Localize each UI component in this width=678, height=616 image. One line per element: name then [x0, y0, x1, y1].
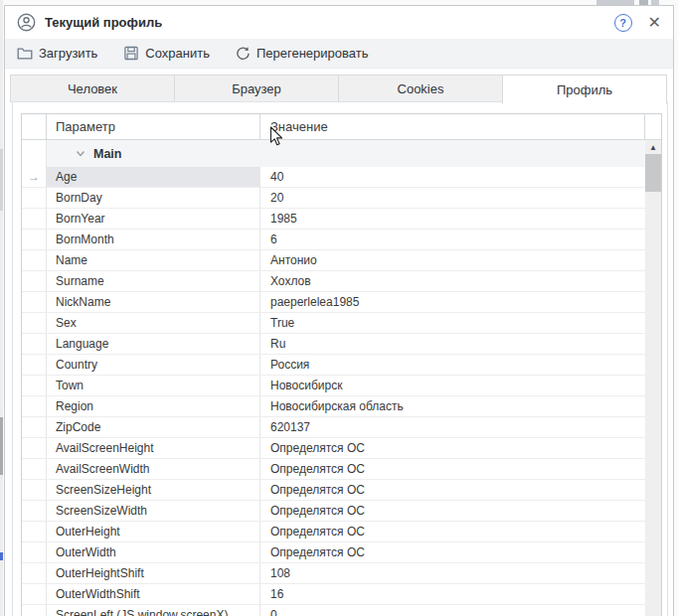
header-gutter-cell: [22, 114, 47, 139]
group-row-main[interactable]: Main: [22, 140, 661, 167]
tabstrip: Человек Браузер Cookies Профиль: [10, 75, 667, 102]
table-row[interactable]: ScreenSizeWidthОпределятся ОС: [22, 501, 661, 522]
value-cell[interactable]: True: [260, 313, 661, 333]
table-row[interactable]: →Age40: [22, 167, 661, 188]
table-row[interactable]: OuterHeightОпределятся ОС: [22, 522, 661, 542]
value-cell[interactable]: Определятся ОС: [260, 501, 661, 521]
load-button[interactable]: Загрузить: [17, 46, 97, 61]
table-row[interactable]: CountryРоссия: [22, 355, 661, 376]
table-row[interactable]: BornDay20: [22, 188, 661, 209]
parameter-cell[interactable]: OuterWidth: [47, 542, 260, 562]
parameter-cell[interactable]: ZipCode: [47, 417, 260, 437]
table-row[interactable]: NameАнтонио: [22, 250, 661, 271]
table-row[interactable]: TownНовосибирск: [22, 376, 661, 396]
parameter-cell[interactable]: Surname: [47, 271, 260, 291]
row-gutter-cell: [22, 334, 47, 354]
parameter-cell[interactable]: BornYear: [47, 209, 260, 229]
column-header-value[interactable]: Значение: [260, 114, 645, 139]
tab-browser[interactable]: Браузер: [174, 75, 339, 102]
value-cell[interactable]: Новосибирск: [260, 376, 661, 395]
chevron-down-icon[interactable]: [76, 149, 85, 158]
parameter-cell[interactable]: Region: [47, 396, 260, 416]
parameter-cell[interactable]: ScreenSizeWidth: [47, 501, 260, 521]
parameter-cell[interactable]: ScreenSizeHeight: [47, 480, 260, 500]
parameter-cell[interactable]: AvailScreenWidth: [47, 459, 260, 479]
value-cell[interactable]: Россия: [260, 355, 661, 375]
vertical-scrollbar[interactable]: ▲: [645, 140, 661, 616]
table-row[interactable]: AvailScreenHeightОпределятся ОС: [22, 438, 661, 459]
row-gutter-cell: [22, 230, 47, 249]
row-gutter-cell: [22, 250, 47, 270]
table-row[interactable]: OuterHeightShift108: [22, 563, 661, 584]
dialog-title: Текущий профиль: [45, 15, 162, 30]
scroll-up-icon: ▲: [649, 143, 657, 152]
scroll-up-button[interactable]: ▲: [645, 140, 661, 155]
parameter-cell[interactable]: BornMonth: [47, 230, 260, 249]
help-button[interactable]: ?: [614, 14, 632, 32]
parameter-cell[interactable]: NickName: [47, 292, 260, 312]
row-gutter-cell: [22, 209, 47, 229]
value-cell[interactable]: Определятся ОС: [260, 459, 661, 479]
save-button[interactable]: Сохранить: [123, 46, 210, 61]
value-cell[interactable]: Ru: [260, 334, 661, 354]
scrollbar-thumb[interactable]: [645, 154, 661, 192]
parameter-cell[interactable]: Country: [47, 355, 260, 375]
value-cell[interactable]: Определятся ОС: [260, 542, 661, 562]
value-cell[interactable]: 1985: [260, 209, 661, 229]
value-cell[interactable]: 0: [260, 605, 661, 616]
row-gutter-cell: [22, 188, 47, 208]
value-cell[interactable]: Хохлов: [260, 271, 661, 291]
parameter-cell[interactable]: Name: [47, 250, 260, 270]
table-row[interactable]: OuterWidthShift16: [22, 584, 661, 605]
value-cell[interactable]: 16: [260, 584, 661, 604]
value-cell[interactable]: Определятся ОС: [260, 522, 661, 541]
value-cell[interactable]: 40: [260, 167, 661, 187]
parameter-cell[interactable]: OuterHeight: [47, 522, 260, 541]
grid-header: Параметр Значение: [22, 114, 661, 140]
table-row[interactable]: RegionНовосибирская область: [22, 396, 661, 417]
tab-browser-label: Браузер: [232, 81, 281, 96]
tab-profile-label: Профиль: [557, 82, 612, 97]
value-cell[interactable]: Определятся ОС: [260, 438, 661, 458]
regenerate-button[interactable]: Перегенерировать: [236, 46, 369, 61]
tab-profile[interactable]: Профиль: [502, 75, 667, 104]
parameter-cell[interactable]: Town: [47, 376, 260, 395]
row-gutter-cell: [22, 563, 47, 583]
table-row[interactable]: BornMonth6: [22, 230, 661, 250]
row-gutter-cell: [22, 396, 47, 416]
value-cell[interactable]: 6: [260, 230, 661, 249]
row-gutter-cell: [22, 271, 47, 291]
table-row[interactable]: LanguageRu: [22, 334, 661, 355]
table-row[interactable]: NickNamepaeperlelea1985: [22, 292, 661, 313]
table-row[interactable]: SurnameХохлов: [22, 271, 661, 292]
value-cell[interactable]: Антонио: [260, 250, 661, 270]
table-row[interactable]: SexTrue: [22, 313, 661, 334]
parameter-cell[interactable]: OuterWidthShift: [47, 584, 260, 604]
column-header-parameter[interactable]: Параметр: [47, 114, 260, 139]
parameter-cell[interactable]: Sex: [47, 313, 260, 333]
table-row[interactable]: BornYear1985: [22, 209, 661, 230]
table-row[interactable]: AvailScreenWidthОпределятся ОС: [22, 459, 661, 480]
table-row[interactable]: OuterWidthОпределятся ОС: [22, 542, 661, 563]
tab-person[interactable]: Человек: [10, 75, 175, 102]
row-gutter-cell: [22, 542, 47, 562]
tab-cookies[interactable]: Cookies: [338, 75, 503, 102]
parameter-cell[interactable]: Age: [47, 167, 260, 187]
value-cell[interactable]: 620137: [260, 417, 661, 437]
value-cell[interactable]: paeperlelea1985: [260, 292, 661, 312]
load-button-label: Загрузить: [39, 46, 97, 61]
value-cell[interactable]: 20: [260, 188, 661, 208]
table-row[interactable]: ScreenSizeHeightОпределятся ОС: [22, 480, 661, 501]
table-row[interactable]: ScreenLeft (JS window.screenX)0: [22, 605, 661, 616]
parameter-cell[interactable]: AvailScreenHeight: [47, 438, 260, 458]
value-cell[interactable]: 108: [260, 563, 661, 583]
parameter-cell[interactable]: Language: [47, 334, 260, 354]
parameter-cell[interactable]: ScreenLeft (JS window.screenX): [47, 605, 260, 616]
close-button[interactable]: ✕: [646, 15, 663, 31]
value-cell[interactable]: Определятся ОС: [260, 480, 661, 500]
parameter-cell[interactable]: OuterHeightShift: [47, 563, 260, 583]
save-button-label: Сохранить: [145, 46, 210, 61]
parameter-cell[interactable]: BornDay: [47, 188, 260, 208]
table-row[interactable]: ZipCode620137: [22, 417, 661, 438]
value-cell[interactable]: Новосибирская область: [260, 396, 661, 416]
